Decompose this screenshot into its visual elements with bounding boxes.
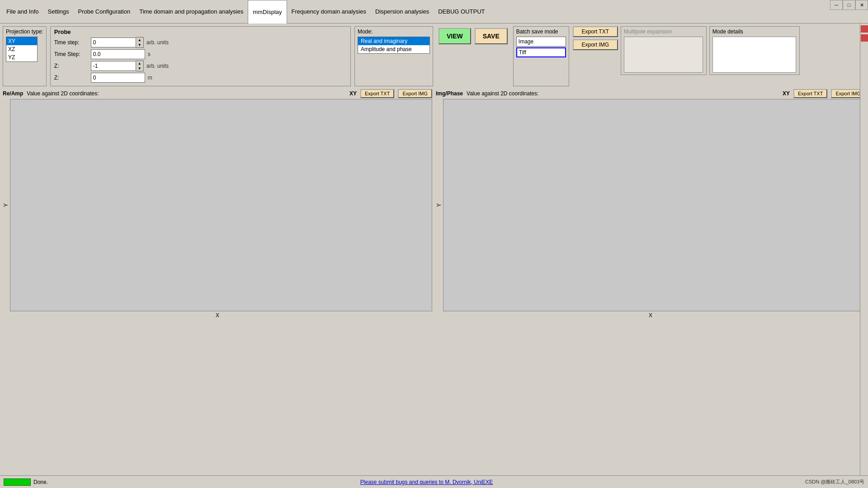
- batch-save-label: Batch save mode: [516, 28, 566, 35]
- z2-label: Z:: [54, 75, 88, 81]
- z1-spinner: ▲ ▼: [91, 61, 144, 71]
- export-left: Export TXT Export IMG: [573, 26, 618, 52]
- mode-details-label: Mode details: [712, 28, 797, 35]
- export-txt-left[interactable]: Export TXT: [573, 26, 618, 37]
- z1-row: Z: ▲ ▼ arb. units: [54, 61, 347, 71]
- status-progress: Done.: [4, 479, 48, 486]
- left-plot-section: Re/Amp Value against 2D coordinates: XY …: [3, 89, 434, 319]
- timestep-input[interactable]: [91, 38, 136, 47]
- status-watermark: CSDN @搬砖工人_0803号: [805, 479, 864, 485]
- mode-details-inner: [712, 37, 796, 73]
- batch-input2[interactable]: [516, 47, 566, 57]
- menu-bar: File and Info Settings Probe Configurati…: [0, 0, 868, 23]
- view-button[interactable]: VIEW: [439, 28, 471, 44]
- z1-up[interactable]: ▲: [136, 61, 143, 66]
- export-img-left[interactable]: Export IMG: [573, 39, 618, 50]
- projection-xy[interactable]: XY: [6, 37, 37, 45]
- batch-input1[interactable]: [516, 37, 566, 47]
- timestep-label: Time step:: [54, 39, 88, 46]
- z2-unit: m: [148, 75, 152, 81]
- right-export-txt[interactable]: Export TXT: [793, 89, 827, 98]
- left-plot-label: Re/Amp: [3, 90, 23, 97]
- multipole-box: Multipole expansion: [621, 26, 707, 75]
- top-panel: Projection type: XY XZ YZ Probe Time ste…: [3, 26, 865, 86]
- mode-listbox: Real and imaginary Amplitude and phase: [358, 37, 430, 54]
- menu-settings[interactable]: Settings: [43, 0, 74, 23]
- timestep-row: Time step: ▲ ▼ arb. units: [54, 37, 347, 48]
- mode-details-box: Mode details: [709, 26, 800, 75]
- mode-label: Mode:: [358, 28, 430, 35]
- z1-input[interactable]: [91, 61, 136, 71]
- left-plot-wrapper: Y: [3, 99, 432, 311]
- right-plot-label: Img/Phase: [436, 90, 463, 97]
- mode-real-imaginary[interactable]: Real and imaginary: [358, 37, 429, 45]
- timestep-down[interactable]: ▼: [136, 42, 143, 47]
- middle-boxes: Export TXT Export IMG Multipole expansio…: [573, 26, 865, 75]
- z1-label: Z:: [54, 63, 88, 69]
- menu-mm-display[interactable]: mmDisplay: [248, 0, 287, 23]
- mode-box: Mode: Real and imaginary Amplitude and p…: [354, 26, 433, 86]
- right-plot-area: [443, 99, 865, 311]
- maximize-button[interactable]: □: [843, 0, 855, 10]
- menu-dispersion[interactable]: Dispersion analysies: [371, 0, 434, 23]
- projection-listbox: XY XZ YZ: [6, 37, 38, 62]
- right-plot-xy: XY: [783, 90, 790, 97]
- status-bar: Done. Please submit bugs and queries to …: [0, 475, 868, 488]
- left-plot-xy: XY: [349, 90, 357, 97]
- right-x-label: X: [436, 312, 865, 319]
- batch-save-box: Batch save mode: [513, 26, 569, 86]
- right-top-panel: Export TXT Export IMG Multipole expansio…: [573, 26, 865, 86]
- mode-amplitude-phase[interactable]: Amplitude and phase: [358, 45, 429, 53]
- projection-xz[interactable]: XZ: [6, 45, 37, 53]
- left-plot-value-against: Value against 2D coordinates:: [27, 90, 99, 97]
- view-save-box: VIEW SAVE: [437, 26, 509, 86]
- close-button[interactable]: ✕: [855, 0, 868, 10]
- z1-unit: arb. units: [146, 63, 169, 69]
- menu-time-domain[interactable]: Time domain and propagation analysies: [135, 0, 248, 23]
- z1-spinner-btns: ▲ ▼: [136, 61, 144, 71]
- side-bar: [860, 23, 868, 475]
- z2-row: Z: m: [54, 73, 347, 83]
- multipole-inner: [624, 37, 703, 73]
- probe-box: Probe Time step: ▲ ▼ arb. units Time Ste…: [50, 26, 351, 86]
- main-content: Projection type: XY XZ YZ Probe Time ste…: [0, 23, 868, 488]
- menu-probe-config[interactable]: Probe Configuration: [74, 0, 135, 23]
- timestep2-label: Time Step:: [54, 51, 88, 57]
- timestep-spinner-btns: ▲ ▼: [136, 37, 144, 48]
- right-plot-value-against: Value against 2D coordinates:: [467, 90, 538, 97]
- menu-freq-domain[interactable]: Frequency domain analysies: [287, 0, 371, 23]
- right-plot-wrapper: Y: [436, 99, 865, 311]
- timestep-spinner: ▲ ▼: [91, 37, 144, 48]
- side-btn-red2[interactable]: [861, 34, 868, 42]
- minimize-button[interactable]: ─: [830, 0, 843, 10]
- projection-label: Projection type:: [6, 28, 43, 35]
- status-done: Done.: [33, 479, 48, 485]
- timestep-up[interactable]: ▲: [136, 38, 143, 42]
- timestep2-unit: s: [148, 51, 151, 57]
- left-plot-area: [10, 99, 432, 311]
- left-export-img[interactable]: Export IMG: [398, 89, 432, 98]
- save-button[interactable]: SAVE: [475, 28, 508, 44]
- progress-bar: [4, 479, 31, 486]
- menu-debug[interactable]: DEBUG OUTPUT: [434, 0, 489, 23]
- multipole-label: Multipole expansion: [624, 28, 703, 35]
- timestep2-row: Time Step: s: [54, 49, 347, 59]
- probe-title: Probe: [54, 28, 347, 35]
- left-x-label: X: [3, 312, 432, 319]
- side-btn-red[interactable]: [861, 25, 868, 33]
- left-plot-header: Re/Amp Value against 2D coordinates: XY …: [3, 89, 432, 98]
- z2-input[interactable]: [91, 73, 145, 83]
- projection-yz[interactable]: YZ: [6, 53, 37, 61]
- right-y-label: Y: [436, 203, 442, 207]
- left-export-txt[interactable]: Export TXT: [360, 89, 394, 98]
- plots-container: Re/Amp Value against 2D coordinates: XY …: [3, 89, 865, 319]
- right-plot-section: Img/Phase Value against 2D coordinates: …: [434, 89, 865, 319]
- menu-file-info[interactable]: File and Info: [2, 0, 43, 23]
- left-y-label: Y: [3, 203, 9, 207]
- projection-box: Projection type: XY XZ YZ: [3, 26, 47, 86]
- z1-down[interactable]: ▼: [136, 66, 143, 71]
- timestep-unit: arb. units: [146, 39, 169, 46]
- right-plot-header: Img/Phase Value against 2D coordinates: …: [436, 89, 865, 98]
- timestep2-input[interactable]: [91, 49, 145, 59]
- status-link[interactable]: Please submit bugs and queries to M. Dvo…: [360, 479, 493, 485]
